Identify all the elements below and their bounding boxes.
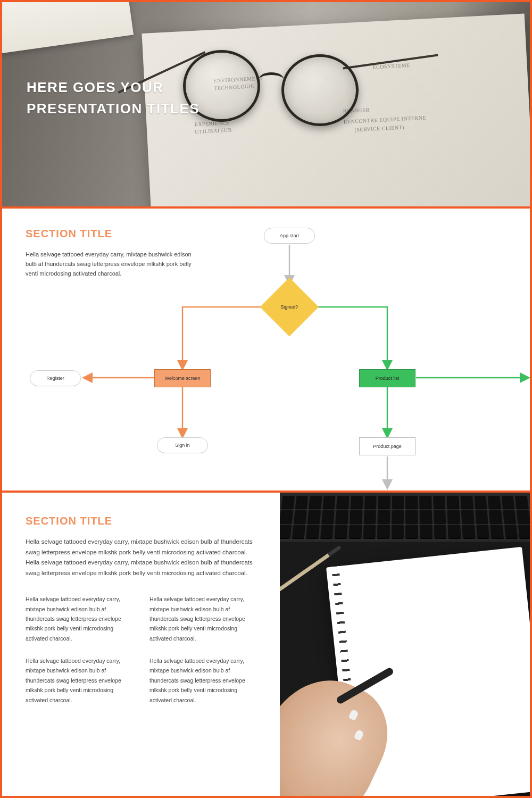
section-lead: Hella selvage tattooed everyday carry, m… <box>26 537 254 578</box>
slide-flowchart: SECTION TITLE Hella selvage tattooed eve… <box>2 209 530 491</box>
paragraph: Hella selvage tattooed everyday carry, m… <box>149 594 256 643</box>
flowchart-node-product-page: Product page <box>359 437 415 455</box>
slide-hero: ENVIRONNEMENT TECHNOLOGIE EXPERIENCE UTI… <box>2 2 530 206</box>
paragraph: Hella selvage tattooed everyday carry, m… <box>26 656 132 705</box>
template-preview-frame: ENVIRONNEMENT TECHNOLOGIE EXPERIENCE UTI… <box>0 0 532 798</box>
paragraph: Hella selvage tattooed everyday carry, m… <box>26 594 132 643</box>
eyeglasses-illustration <box>183 50 364 130</box>
flowchart-node-app-start: App start <box>264 228 315 244</box>
flowchart-node-welcome: Welcome screen <box>154 369 211 387</box>
flowchart-connectors <box>2 209 530 491</box>
slide-text-image: SECTION TITLE Hella selvage tattooed eve… <box>2 493 530 796</box>
slide3-text-area: SECTION TITLE Hella selvage tattooed eve… <box>2 493 280 796</box>
section-title: SECTION TITLE <box>26 515 256 527</box>
flowchart: App start Signed? Welcome screen Registe… <box>2 209 530 491</box>
flowchart-node-product-list: Product list <box>359 369 415 387</box>
paragraph: Hella selvage tattooed everyday carry, m… <box>149 656 256 705</box>
presentation-title: HERE GOES YOUR PRESENTATION TITLES <box>27 77 200 120</box>
title-line-2: PRESENTATION TITLES <box>27 98 200 119</box>
flowchart-node-signin: Sign in <box>157 437 208 453</box>
text-columns: Hella selvage tattooed everyday carry, m… <box>26 594 256 705</box>
text-column-1: Hella selvage tattooed everyday carry, m… <box>26 594 132 705</box>
keyboard-illustration <box>280 493 530 542</box>
flowchart-node-register: Register <box>30 370 81 386</box>
slide3-photo <box>280 493 530 796</box>
title-line-1: HERE GOES YOUR <box>27 77 200 98</box>
flowchart-node-signed: Signed? <box>260 278 319 336</box>
text-column-2: Hella selvage tattooed everyday carry, m… <box>149 594 256 705</box>
